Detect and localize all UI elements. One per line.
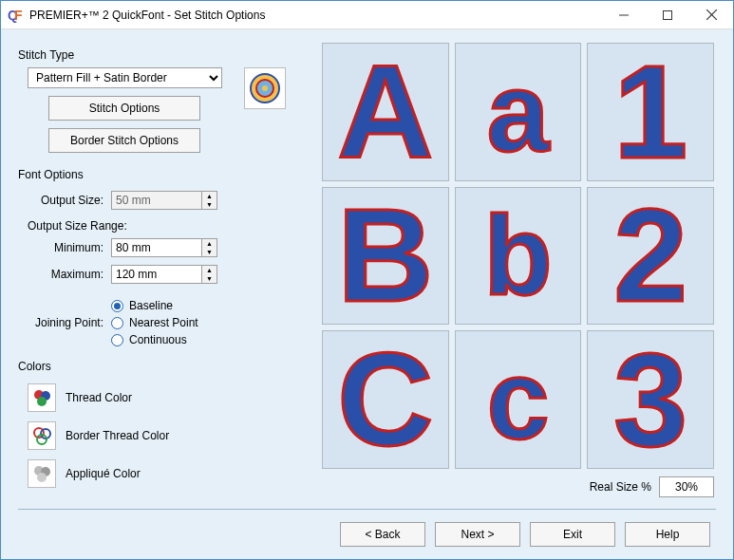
- back-button[interactable]: < Back: [340, 522, 425, 547]
- svg-text:F: F: [14, 8, 23, 23]
- real-size-label: Real Size %: [590, 480, 651, 494]
- svg-point-18: [37, 473, 47, 482]
- output-size-label: Output Size:: [28, 194, 111, 207]
- minimum-field[interactable]: [111, 238, 202, 257]
- app-icon: Q F: [7, 7, 24, 24]
- border-stitch-options-button[interactable]: Border Stitch Options: [48, 128, 200, 153]
- down-arrow-icon[interactable]: ▼: [202, 200, 216, 209]
- glyph: 2: [613, 189, 687, 322]
- down-arrow-icon[interactable]: ▼: [202, 248, 216, 256]
- minimum-spinner[interactable]: ▲▼: [111, 238, 217, 257]
- glyph: a: [487, 56, 550, 168]
- border-thread-color-button[interactable]: [28, 421, 56, 450]
- joining-continuous-radio[interactable]: Continuous: [111, 333, 198, 346]
- preview-cell: b: [455, 187, 582, 326]
- joining-baseline-radio[interactable]: Baseline: [111, 299, 198, 312]
- applique-color-button[interactable]: [28, 459, 56, 488]
- pattern-preview-icon[interactable]: [244, 67, 286, 109]
- preview-cell: 1: [587, 43, 714, 181]
- svg-rect-4: [664, 10, 672, 19]
- maximize-button[interactable]: [646, 1, 689, 29]
- joining-point-label: Joining Point:: [28, 316, 111, 329]
- preview-grid: A a 1 B b 2 C c 3: [322, 43, 716, 469]
- stitch-type-combo[interactable]: Pattern Fill + Satin Border: [28, 67, 222, 88]
- font-options-heading: Font Options: [18, 168, 322, 181]
- output-size-range-label: Output Size Range:: [28, 219, 322, 233]
- up-arrow-icon[interactable]: ▲: [202, 192, 216, 200]
- up-arrow-icon[interactable]: ▲: [202, 266, 216, 274]
- real-size-field[interactable]: [659, 476, 714, 497]
- window-title: PREMIER+™ 2 QuickFont - Set Stitch Optio…: [29, 9, 602, 22]
- preview-cell: A: [322, 43, 449, 181]
- preview-cell: 2: [587, 187, 714, 326]
- minimum-label: Minimum:: [28, 241, 111, 254]
- thread-color-label: Thread Color: [66, 391, 132, 404]
- titlebar: Q F PREMIER+™ 2 QuickFont - Set Stitch O…: [1, 1, 733, 29]
- glyph: c: [487, 344, 550, 456]
- maximum-field[interactable]: [111, 265, 202, 284]
- thread-color-button[interactable]: [28, 383, 56, 412]
- exit-button[interactable]: Exit: [530, 522, 615, 547]
- preview-cell: 3: [587, 330, 714, 469]
- glyph: 3: [613, 333, 687, 466]
- preview-cell: c: [455, 330, 582, 469]
- stitch-options-button[interactable]: Stitch Options: [48, 96, 200, 121]
- glyph: b: [483, 199, 552, 311]
- content-area: Stitch Type Pattern Fill + Satin Border …: [1, 29, 733, 559]
- glyph: A: [337, 46, 433, 178]
- radio-icon: [111, 300, 123, 312]
- svg-point-12: [37, 397, 47, 406]
- preview-cell: a: [455, 43, 582, 181]
- glyph: B: [337, 189, 433, 322]
- next-button[interactable]: Next >: [435, 522, 520, 547]
- joining-nearest-radio[interactable]: Nearest Point: [111, 316, 198, 329]
- preview-cell: C: [322, 330, 449, 469]
- up-arrow-icon[interactable]: ▲: [202, 239, 216, 248]
- output-size-spinner[interactable]: ▲▼: [111, 191, 217, 210]
- radio-icon: [111, 317, 123, 329]
- down-arrow-icon[interactable]: ▼: [202, 274, 216, 283]
- svg-point-9: [262, 85, 268, 91]
- footer-buttons: < Back Next > Exit Help: [18, 510, 716, 559]
- help-button[interactable]: Help: [625, 522, 710, 547]
- applique-color-label: Appliqué Color: [66, 467, 141, 480]
- settings-pane: Stitch Type Pattern Fill + Satin Border …: [18, 43, 322, 497]
- glyph: 1: [613, 46, 687, 178]
- preview-pane: A a 1 B b 2 C c 3 Real Size %: [322, 43, 716, 497]
- radio-icon: [111, 334, 123, 346]
- maximum-label: Maximum:: [28, 268, 111, 281]
- colors-heading: Colors: [18, 360, 322, 373]
- preview-cell: B: [322, 187, 449, 326]
- output-size-field[interactable]: [111, 191, 202, 210]
- stitch-type-heading: Stitch Type: [18, 48, 322, 62]
- glyph: C: [337, 333, 433, 466]
- minimize-button[interactable]: [602, 1, 646, 29]
- app-window: Q F PREMIER+™ 2 QuickFont - Set Stitch O…: [0, 0, 734, 560]
- close-button[interactable]: [689, 1, 733, 29]
- border-thread-color-label: Border Thread Color: [66, 429, 169, 442]
- maximum-spinner[interactable]: ▲▼: [111, 265, 217, 284]
